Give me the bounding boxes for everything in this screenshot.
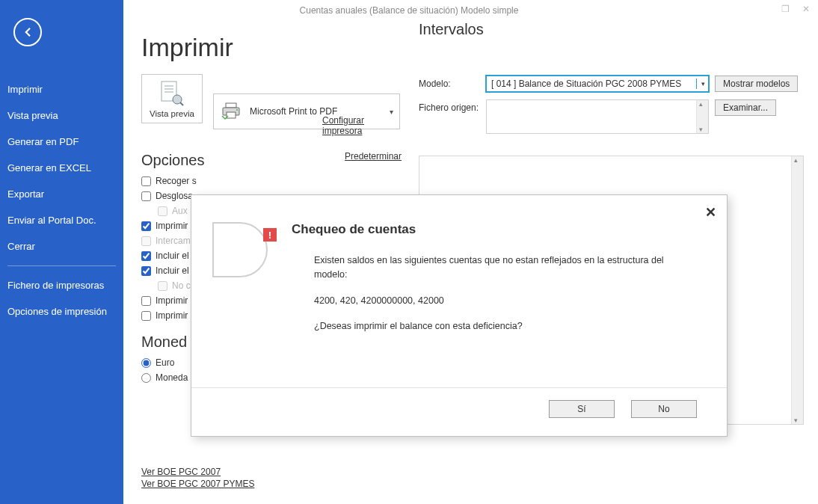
sidebar-separator (7, 265, 116, 266)
sidebar-item-cerrar[interactable]: Cerrar (0, 233, 123, 259)
modelo-value: [ 014 ] Balance de Situación PGC 2008 PY… (491, 79, 681, 89)
chevron-down-icon: ▾ (696, 79, 705, 89)
vista-previa-label: Vista previa (142, 109, 202, 118)
sidebar-item-vista-previa[interactable]: Vista previa (0, 102, 123, 129)
sidebar-item-generar-excel[interactable]: Generar en EXCEL (0, 155, 123, 181)
scrollbar[interactable] (696, 100, 708, 133)
dialog-title: Chequeo de cuentas (292, 222, 706, 237)
sidebar-item-enviar-portal[interactable]: Enviar al Portal Doc. (0, 207, 123, 233)
svg-rect-6 (226, 103, 236, 108)
sidebar: Imprimir Vista previa Generar en PDF Gen… (0, 0, 123, 504)
arrow-left-icon (21, 25, 34, 39)
modelo-dropdown[interactable]: [ 014 ] Balance de Situación PGC 2008 PY… (486, 76, 709, 92)
dialog-close-button[interactable]: ✕ (705, 204, 716, 221)
window-restore-button[interactable]: ❐ (778, 3, 793, 15)
warning-icon: ! (263, 228, 277, 242)
letter-d-icon (212, 222, 268, 277)
dialog-chequeo-cuentas: ✕ ! Chequeo de cuentas Existen saldos en… (191, 194, 728, 437)
back-button[interactable] (13, 18, 42, 46)
sidebar-item-exportar[interactable]: Exportar (0, 181, 123, 207)
sidebar-item-fichero-impresoras[interactable]: Fichero de impresoras (0, 272, 123, 298)
sidebar-item-opciones-impresion[interactable]: Opciones de impresión (0, 298, 123, 325)
scrollbar[interactable] (791, 156, 803, 424)
window-close-button[interactable]: ✕ (799, 3, 814, 15)
dialog-yes-button[interactable]: Sí (549, 400, 615, 418)
printer-icon (221, 102, 242, 121)
svg-point-9 (236, 109, 238, 111)
examinar-button[interactable]: Examinar... (715, 99, 776, 116)
link-boe-2007-pymes[interactable]: Ver BOE PGC 2007 PYMES (141, 479, 254, 489)
intervalos-heading: Intervalos (419, 21, 800, 38)
fichero-origen-input[interactable] (486, 99, 709, 134)
dialog-separator (191, 387, 727, 388)
svg-line-5 (180, 102, 183, 105)
dialog-icon: ! (212, 222, 277, 286)
link-predeterminar[interactable]: Predeterminar (345, 151, 402, 162)
intervalos-panel: Intervalos Modelo: [ 014 ] Balance de Si… (419, 21, 800, 141)
mostrar-modelos-button[interactable]: Mostrar modelos (715, 76, 798, 92)
modelo-label: Modelo: (419, 76, 480, 89)
window-title: Cuentas anuales (Balance de situación) M… (300, 5, 519, 16)
document-preview-icon (142, 78, 202, 109)
sidebar-item-generar-pdf[interactable]: Generar en PDF (0, 129, 123, 155)
fichero-origen-label: Fichero origen: (419, 99, 480, 113)
svg-rect-8 (227, 112, 236, 118)
link-boe-2007[interactable]: Ver BOE PGC 2007 (141, 467, 254, 477)
dialog-no-button[interactable]: No (631, 400, 697, 418)
dialog-text: Existen saldos en las siguientes cuentas… (292, 253, 706, 334)
link-configurar-impresora[interactable]: Configurar impresora (322, 115, 402, 136)
chevron-down-icon: ▾ (390, 108, 393, 116)
vista-previa-button[interactable]: Vista previa (141, 74, 203, 123)
sidebar-item-imprimir[interactable]: Imprimir (0, 76, 123, 102)
